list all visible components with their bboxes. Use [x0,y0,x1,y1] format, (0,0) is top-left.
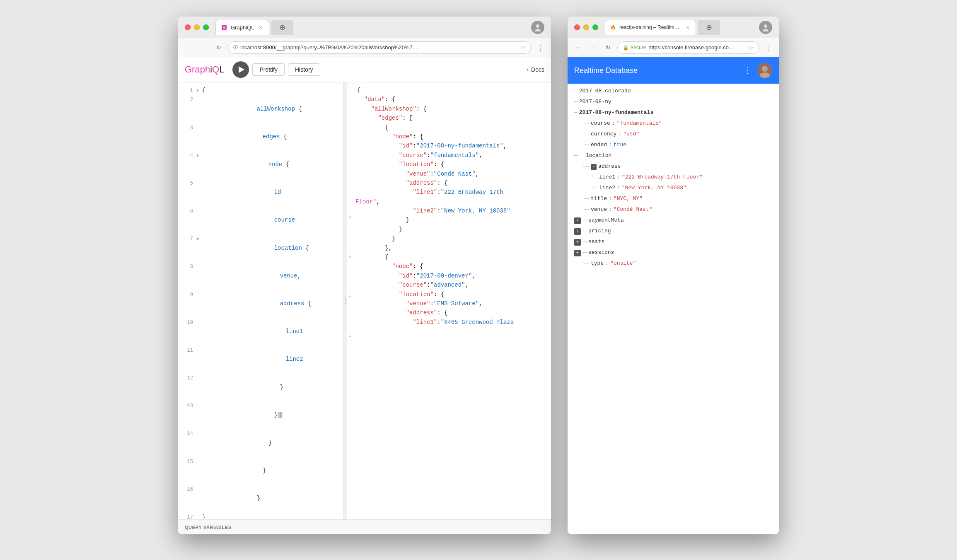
new-tab[interactable]: ⊕ [271,20,293,35]
code-line: 9 address { [178,290,343,318]
minimize-button[interactable] [194,24,200,30]
forward-button[interactable]: → [198,42,210,53]
prettify-button[interactable]: Prettify [252,63,285,76]
code-line: 16 } [178,485,343,512]
tree-node-address[interactable]: ├── − address [568,162,779,173]
firebase-bookmark-icon[interactable]: ☆ [748,44,754,51]
refresh-button[interactable]: ↻ [213,42,225,53]
expand-paymentmeta-button[interactable]: + [574,217,581,224]
minimize-button-firebase[interactable] [583,24,589,30]
tree-node-pricing[interactable]: + ── pricing [568,227,779,238]
svg-point-3 [535,29,541,31]
tabs-bar: G GraphiQL ✕ ⊕ [215,20,544,35]
svg-text:G: G [223,26,225,29]
result-panel[interactable]: ▲ ▲ ▲ ▲ { "data": { "allWorkshop": { "ed… [347,82,551,519]
collapse-address-button[interactable]: − [591,164,597,170]
graphiql-title-bar: G GraphiQL ✕ ⊕ [178,17,551,38]
address-bar: ← → ↻ ⓘ localhost:8000/__graphql?query=%… [178,38,551,57]
firebase-user-avatar[interactable] [757,63,772,78]
tree-leaf-line1[interactable]: └── line1 : "222 Broadway 17th Floor" [568,173,779,184]
firebase-content[interactable]: — 2017-08-colorado — 2017-08-ny — 2017-0… [568,84,779,534]
tree-node-paymentmeta[interactable]: + ── paymentMeta [568,216,779,227]
secure-label: 🔒 Secure [623,45,646,51]
firebase-new-tab-icon: ⊕ [703,22,715,33]
code-line: 7 ▼ location { [178,234,343,262]
tree-leaf-currency[interactable]: └── currency : "usd" [568,130,779,141]
svg-point-7 [760,72,770,78]
firebase-tree: — 2017-08-colorado — 2017-08-ny — 2017-0… [568,84,779,273]
firebase-forward-button[interactable]: → [587,42,599,53]
security-icon: ⓘ [233,44,238,51]
query-editor[interactable]: 1 ▼ { 2 allWorkshop { 3 [178,82,344,519]
code-line: 5 id [178,179,343,206]
firebase-tab-close[interactable]: ✕ [685,24,691,31]
code-line: 1 ▼ { [178,86,343,95]
firebase-header: Realtime Database ⋮ [568,57,779,84]
firebase-address-bar: ← → ↻ 🔒 Secure https://console.firebase.… [568,38,779,57]
graphiql-window: G GraphiQL ✕ ⊕ ← → ↻ ⓘ localhost:8000/_ [178,17,551,534]
code-line: 13 }| [178,401,343,429]
tree-node-sessions[interactable]: + ── sessions [568,249,779,259]
code-line: 4 ▼ node { [178,151,343,179]
panel-divider[interactable] [344,82,347,519]
tree-leaf-ended[interactable]: └── ended : true [568,141,779,152]
graphiql-tab[interactable]: G GraphiQL ✕ [215,20,269,35]
divider-dots [345,298,346,304]
firebase-new-tab[interactable]: ⊕ [698,20,720,35]
svg-point-4 [764,24,767,28]
menu-icon[interactable]: ⋮ [534,42,546,53]
graphiql-logo: GraphiQL [185,64,224,75]
code-line: 12 } [178,373,343,401]
run-button[interactable] [232,61,249,78]
maximize-button[interactable] [203,24,209,30]
tree-leaf-venue[interactable]: └── venue : "Condé Nast" [568,205,779,216]
tab-close-button[interactable]: ✕ [257,24,264,31]
expand-pricing-button[interactable]: + [574,228,581,235]
bookmark-icon[interactable]: ☆ [520,44,526,51]
history-button[interactable]: History [288,63,320,76]
tree-node-seats[interactable]: + ── seats [568,238,779,249]
svg-point-5 [763,29,768,31]
new-tab-icon: ⊕ [276,22,288,33]
firebase-tab-label: reactjs-training – Realtime Dat... [619,24,682,30]
firebase-profile-icon[interactable] [759,21,772,34]
tree-item[interactable]: — 2017-08-colorado [568,87,779,98]
firebase-title-bar: 🔥 reactjs-training – Realtime Dat... ✕ ⊕ [568,17,779,38]
code-line: 14 } [178,429,343,456]
close-button[interactable] [185,24,191,30]
tab-label: GraphiQL [231,24,254,31]
close-button-firebase[interactable] [574,24,580,30]
url-text: localhost:8000/__graphql?query=%7B%0A%20… [240,44,518,51]
svg-point-2 [536,24,539,28]
expand-seats-button[interactable]: + [574,239,581,246]
firebase-back-button[interactable]: ← [573,42,584,53]
firebase-refresh-button[interactable]: ↻ [602,42,614,53]
tree-leaf-course[interactable]: └── course : "fundamentals" [568,119,779,130]
maximize-button-firebase[interactable] [592,24,598,30]
firebase-url-bar[interactable]: 🔒 Secure https://console.firebase.google… [617,41,759,54]
tree-leaf-type[interactable]: └── type : "onsite" [568,259,779,270]
traffic-lights-firebase [574,24,598,30]
query-code: 1 ▼ { 2 allWorkshop { 3 [178,82,343,519]
tree-node-location[interactable]: — location [568,152,779,162]
profile-icon[interactable] [531,21,544,34]
firebase-window: 🔥 reactjs-training – Realtime Dat... ✕ ⊕… [568,17,779,534]
code-line: 3 edges { [178,123,343,151]
code-line: 6 course [178,206,343,234]
code-line: 10 line1 [178,318,343,345]
tree-leaf-line2[interactable]: └── line2 : "New York, NY 10038" [568,184,779,195]
back-button[interactable]: ← [183,42,195,53]
tree-item-ny-fundamentals[interactable]: — 2017-08-ny-fundamentals [568,109,779,119]
docs-button[interactable]: ‹ Docs [527,66,544,73]
tree-item[interactable]: — 2017-08-ny [568,98,779,109]
url-bar[interactable]: ⓘ localhost:8000/__graphql?query=%7B%0A%… [228,41,531,54]
firebase-menu-icon[interactable]: ⋮ [762,42,774,53]
graphiql-editors: 1 ▼ { 2 allWorkshop { 3 [178,82,551,519]
query-variables-bar[interactable]: QUERY VARIABLES [178,519,551,534]
firebase-tab[interactable]: 🔥 reactjs-training – Realtime Dat... ✕ [605,20,696,35]
graphiql-toolbar: GraphiQL Prettify History ‹ Docs [178,57,551,82]
tree-leaf-title[interactable]: └── title : "NYC, NY" [568,195,779,205]
code-line: 2 allWorkshop { [178,95,343,123]
firebase-header-menu[interactable]: ⋮ [743,65,752,75]
expand-sessions-button[interactable]: + [574,250,581,256]
